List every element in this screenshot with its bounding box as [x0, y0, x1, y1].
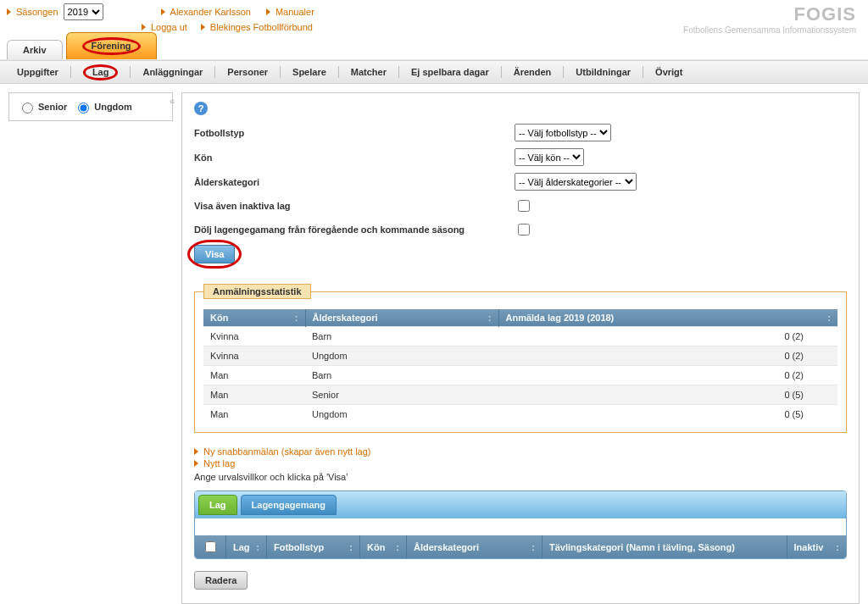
kon-select[interactable]: -- Välj kön --	[515, 148, 584, 166]
kon-label: Kön	[194, 152, 515, 163]
stats-th-anmalda[interactable]: Anmälda lag 2019 (2018):	[498, 309, 837, 327]
main-panel: ? Fotbollstyp -- Välj fotbollstyp -- Kön	[181, 92, 860, 604]
navbar: UppgifterLagAnläggningarPersonerSpelareM…	[0, 60, 868, 84]
radera-button[interactable]: Radera	[194, 571, 248, 590]
tab-lagengagemang[interactable]: Lagengagemang	[241, 495, 337, 515]
stats-row: ManUngdom0 (5)	[203, 405, 837, 424]
instruction-text: Ange urvalsvillkor och klicka på 'Visa'	[194, 472, 847, 482]
arrow-icon	[194, 448, 198, 455]
teams-th-tavling[interactable]: Tävlingskategori (Namn i tävling, Säsong…	[542, 535, 787, 558]
nav-ejspelbara[interactable]: Ej spelbara dagar	[399, 60, 501, 84]
nav-anlaggningar[interactable]: Anläggningar	[131, 60, 214, 84]
new-team-link[interactable]: Nytt lag	[203, 458, 235, 468]
shortcut-links: Ny snabbanmälan (skapar även nytt lag) N…	[194, 446, 847, 482]
teams-th-check[interactable]	[195, 535, 226, 558]
nav-uppgifter[interactable]: Uppgifter	[5, 60, 70, 84]
teams-th-inaktiv[interactable]: Inaktiv:	[787, 535, 846, 558]
hide-engagement-label: Dölj lagengegamang från föregående och k…	[194, 224, 515, 235]
federation-link[interactable]: Blekinges Fotbollförbund	[210, 22, 313, 32]
radio-ungdom-input[interactable]	[78, 103, 89, 114]
topbar: Säsongen 2019 Alexander Karlsson Manuale…	[0, 0, 868, 59]
visa-button[interactable]: Visa	[194, 245, 235, 263]
nav-utbildningar[interactable]: Utbildningar	[564, 60, 643, 84]
nav-arenden[interactable]: Ärenden	[502, 60, 564, 84]
stats-row: KvinnaBarn0 (2)	[203, 327, 837, 346]
radio-senior[interactable]: Senior	[18, 100, 67, 114]
main-tabs: Arkiv Förening	[7, 32, 157, 59]
season-label: Säsongen	[16, 7, 58, 17]
stats-fieldset: Anmälningsstatistik Kön: Ålderskategori:…	[194, 284, 847, 433]
arrow-icon	[142, 24, 146, 30]
nav-lag[interactable]: Lag	[71, 60, 131, 84]
help-icon[interactable]: ?	[194, 102, 208, 115]
arrow-icon	[194, 460, 198, 467]
stats-th-kon[interactable]: Kön:	[203, 309, 305, 327]
arrow-icon	[161, 8, 165, 15]
brand-subtitle: Fotbollens Gemensamma Informationssystem	[683, 25, 856, 35]
teams-th-lag[interactable]: Lag:	[226, 535, 267, 558]
teams-th-fotbollstyp[interactable]: Fotbollstyp:	[267, 535, 360, 558]
brand: FOGIS Fotbollens Gemensamma Informations…	[683, 3, 856, 35]
stats-table: Kön: Ålderskategori: Anmälda lag 2019 (2…	[203, 309, 837, 424]
manuals-link[interactable]: Manualer	[275, 7, 314, 17]
radio-ungdom[interactable]: Ungdom	[74, 100, 132, 114]
arrow-icon	[201, 24, 205, 30]
teams-th-alder[interactable]: Ålderskategori:	[407, 535, 542, 558]
stats-row: ManSenior0 (5)	[203, 385, 837, 405]
alder-select[interactable]: -- Välj ålderskategorier --	[515, 173, 637, 191]
user-link[interactable]: Alexander Karlsson	[170, 7, 251, 17]
nav-matcher[interactable]: Matcher	[339, 60, 398, 84]
nav-ovrigt[interactable]: Övrigt	[643, 60, 694, 84]
fotbollstyp-label: Fotbollstyp	[194, 128, 515, 138]
nav-personer[interactable]: Personer	[215, 60, 280, 84]
fotbollstyp-select[interactable]: -- Välj fotbollstyp --	[515, 124, 611, 141]
stats-legend: Anmälningsstatistik	[203, 284, 311, 299]
stats-row: ManBarn0 (2)	[203, 366, 837, 385]
arrow-icon	[266, 8, 270, 15]
brand-title: FOGIS	[683, 3, 856, 25]
tab-arkiv[interactable]: Arkiv	[7, 40, 63, 59]
stats-th-alder[interactable]: Ålderskategori:	[305, 309, 498, 327]
teams-select-all[interactable]	[205, 541, 216, 552]
sidebar: « Senior Ungdom	[8, 92, 173, 604]
visa-inactive-label: Visa även inaktiva lag	[194, 201, 515, 211]
visa-inactive-checkbox[interactable]	[518, 200, 530, 212]
quick-enroll-link[interactable]: Ny snabbanmälan (skapar även nytt lag)	[203, 446, 371, 457]
nav-spelare[interactable]: Spelare	[281, 60, 338, 84]
radio-senior-input[interactable]	[22, 103, 33, 114]
logout-link[interactable]: Logga ut	[151, 22, 187, 32]
alder-label: Ålderskategori	[194, 177, 515, 187]
tab-lag[interactable]: Lag	[198, 495, 237, 515]
hide-engagement-checkbox[interactable]	[518, 224, 530, 236]
tab-forening[interactable]: Förening	[66, 32, 157, 59]
lower-tabs: Lag Lagengagemang Lag: Fotbollstyp: Kön:	[194, 490, 847, 559]
teams-th-kon[interactable]: Kön:	[360, 535, 407, 558]
arrow-icon	[7, 8, 11, 15]
teams-table: Lag: Fotbollstyp: Kön: Ålderskategori: T…	[195, 535, 846, 558]
season-select[interactable]: 2019	[64, 3, 103, 20]
filters: Fotbollstyp -- Välj fotbollstyp -- Kön -…	[194, 120, 847, 267]
stats-row: KvinnaUngdom0 (2)	[203, 346, 837, 366]
highlight-ring	[187, 240, 242, 269]
collapse-icon[interactable]: «	[170, 96, 175, 106]
